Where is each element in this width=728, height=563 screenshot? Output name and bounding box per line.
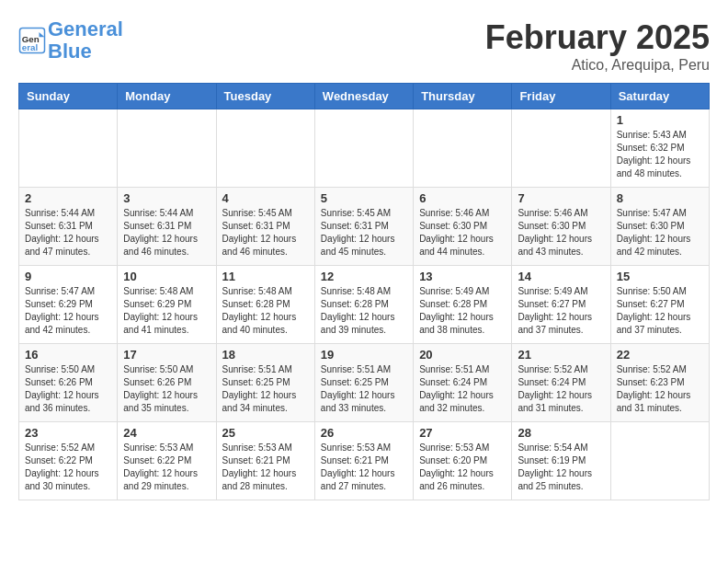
calendar-table: SundayMondayTuesdayWednesdayThursdayFrid… bbox=[18, 83, 710, 500]
week-row-2: 9Sunrise: 5:47 AM Sunset: 6:29 PM Daylig… bbox=[19, 266, 710, 344]
calendar-cell: 10Sunrise: 5:48 AM Sunset: 6:29 PM Dayli… bbox=[118, 266, 216, 344]
calendar-cell: 28Sunrise: 5:54 AM Sunset: 6:19 PM Dayli… bbox=[512, 422, 610, 500]
day-info: Sunrise: 5:50 AM Sunset: 6:26 PM Dayligh… bbox=[25, 363, 111, 415]
calendar-cell: 14Sunrise: 5:49 AM Sunset: 6:27 PM Dayli… bbox=[512, 266, 610, 344]
day-number: 13 bbox=[419, 270, 506, 283]
title-section: February 2025 Atico, Arequipa, Peru bbox=[485, 18, 710, 74]
day-number: 17 bbox=[123, 348, 210, 362]
day-info: Sunrise: 5:49 AM Sunset: 6:27 PM Dayligh… bbox=[518, 285, 604, 337]
day-number: 20 bbox=[419, 348, 506, 362]
calendar-cell bbox=[118, 109, 216, 188]
day-info: Sunrise: 5:43 AM Sunset: 6:32 PM Dayligh… bbox=[617, 129, 703, 180]
day-number: 12 bbox=[321, 270, 407, 283]
calendar-cell: 1Sunrise: 5:43 AM Sunset: 6:32 PM Daylig… bbox=[610, 109, 709, 188]
day-number: 4 bbox=[222, 191, 309, 205]
day-info: Sunrise: 5:50 AM Sunset: 6:26 PM Dayligh… bbox=[123, 363, 210, 415]
day-header-friday: Friday bbox=[512, 84, 610, 109]
svg-text:eral: eral bbox=[22, 42, 39, 52]
calendar-cell: 27Sunrise: 5:53 AM Sunset: 6:20 PM Dayli… bbox=[414, 422, 512, 500]
calendar-cell: 11Sunrise: 5:48 AM Sunset: 6:28 PM Dayli… bbox=[216, 266, 314, 344]
day-number: 3 bbox=[123, 191, 210, 205]
calendar-cell: 15Sunrise: 5:50 AM Sunset: 6:27 PM Dayli… bbox=[610, 266, 709, 344]
day-info: Sunrise: 5:50 AM Sunset: 6:27 PM Dayligh… bbox=[617, 285, 703, 337]
logo-icon: Gen eral bbox=[18, 27, 46, 54]
day-number: 24 bbox=[123, 426, 210, 440]
calendar-cell: 6Sunrise: 5:46 AM Sunset: 6:30 PM Daylig… bbox=[414, 188, 512, 266]
day-number: 28 bbox=[518, 426, 604, 440]
day-info: Sunrise: 5:52 AM Sunset: 6:22 PM Dayligh… bbox=[25, 442, 111, 493]
day-info: Sunrise: 5:52 AM Sunset: 6:24 PM Dayligh… bbox=[518, 363, 604, 415]
day-number: 9 bbox=[25, 270, 111, 283]
calendar-cell: 4Sunrise: 5:45 AM Sunset: 6:31 PM Daylig… bbox=[216, 188, 314, 266]
day-info: Sunrise: 5:52 AM Sunset: 6:23 PM Dayligh… bbox=[617, 363, 703, 415]
week-row-0: 1Sunrise: 5:43 AM Sunset: 6:32 PM Daylig… bbox=[19, 109, 710, 188]
day-info: Sunrise: 5:44 AM Sunset: 6:31 PM Dayligh… bbox=[123, 207, 210, 259]
calendar-cell: 7Sunrise: 5:46 AM Sunset: 6:30 PM Daylig… bbox=[512, 188, 610, 266]
day-info: Sunrise: 5:48 AM Sunset: 6:29 PM Dayligh… bbox=[123, 285, 210, 337]
day-number: 18 bbox=[222, 348, 309, 362]
day-info: Sunrise: 5:47 AM Sunset: 6:30 PM Dayligh… bbox=[617, 207, 703, 259]
header: Gen eral GeneralBlue February 2025 Atico… bbox=[18, 18, 710, 74]
day-number: 15 bbox=[617, 270, 703, 283]
calendar-cell: 19Sunrise: 5:51 AM Sunset: 6:25 PM Dayli… bbox=[314, 344, 413, 422]
calendar-cell: 17Sunrise: 5:50 AM Sunset: 6:26 PM Dayli… bbox=[118, 344, 216, 422]
day-header-monday: Monday bbox=[118, 84, 216, 109]
calendar-cell: 26Sunrise: 5:53 AM Sunset: 6:21 PM Dayli… bbox=[314, 422, 413, 500]
calendar-cell: 3Sunrise: 5:44 AM Sunset: 6:31 PM Daylig… bbox=[118, 188, 216, 266]
day-number: 27 bbox=[419, 426, 506, 440]
calendar-cell: 18Sunrise: 5:51 AM Sunset: 6:25 PM Dayli… bbox=[216, 344, 314, 422]
calendar-cell bbox=[216, 109, 314, 188]
day-header-thursday: Thursday bbox=[414, 84, 512, 109]
day-number: 21 bbox=[518, 348, 604, 362]
day-info: Sunrise: 5:47 AM Sunset: 6:29 PM Dayligh… bbox=[25, 285, 111, 337]
day-info: Sunrise: 5:51 AM Sunset: 6:25 PM Dayligh… bbox=[321, 363, 407, 415]
day-header-wednesday: Wednesday bbox=[314, 84, 413, 109]
day-info: Sunrise: 5:49 AM Sunset: 6:28 PM Dayligh… bbox=[419, 285, 506, 337]
calendar-cell bbox=[19, 109, 118, 188]
day-number: 16 bbox=[25, 348, 111, 362]
day-number: 8 bbox=[617, 191, 703, 205]
week-row-1: 2Sunrise: 5:44 AM Sunset: 6:31 PM Daylig… bbox=[19, 188, 710, 266]
calendar-cell: 13Sunrise: 5:49 AM Sunset: 6:28 PM Dayli… bbox=[414, 266, 512, 344]
calendar-cell: 9Sunrise: 5:47 AM Sunset: 6:29 PM Daylig… bbox=[19, 266, 118, 344]
logo-text: GeneralBlue bbox=[48, 18, 123, 63]
day-info: Sunrise: 5:44 AM Sunset: 6:31 PM Dayligh… bbox=[25, 207, 111, 259]
day-info: Sunrise: 5:45 AM Sunset: 6:31 PM Dayligh… bbox=[222, 207, 309, 259]
day-number: 14 bbox=[518, 270, 604, 283]
day-info: Sunrise: 5:51 AM Sunset: 6:25 PM Dayligh… bbox=[222, 363, 309, 415]
day-number: 26 bbox=[321, 426, 407, 440]
day-number: 2 bbox=[25, 191, 111, 205]
day-info: Sunrise: 5:48 AM Sunset: 6:28 PM Dayligh… bbox=[222, 285, 309, 337]
day-number: 10 bbox=[123, 270, 210, 283]
week-row-3: 16Sunrise: 5:50 AM Sunset: 6:26 PM Dayli… bbox=[19, 344, 710, 422]
week-row-4: 23Sunrise: 5:52 AM Sunset: 6:22 PM Dayli… bbox=[19, 422, 710, 500]
calendar-cell: 16Sunrise: 5:50 AM Sunset: 6:26 PM Dayli… bbox=[19, 344, 118, 422]
day-info: Sunrise: 5:46 AM Sunset: 6:30 PM Dayligh… bbox=[419, 207, 506, 259]
day-info: Sunrise: 5:53 AM Sunset: 6:21 PM Dayligh… bbox=[321, 442, 407, 493]
day-headers-row: SundayMondayTuesdayWednesdayThursdayFrid… bbox=[19, 84, 710, 109]
logo: Gen eral GeneralBlue bbox=[18, 18, 123, 63]
day-number: 7 bbox=[518, 191, 604, 205]
day-number: 1 bbox=[617, 113, 703, 127]
day-number: 22 bbox=[617, 348, 703, 362]
day-number: 6 bbox=[419, 191, 506, 205]
calendar-cell bbox=[414, 109, 512, 188]
day-number: 23 bbox=[25, 426, 111, 440]
day-info: Sunrise: 5:53 AM Sunset: 6:20 PM Dayligh… bbox=[419, 442, 506, 493]
day-info: Sunrise: 5:48 AM Sunset: 6:28 PM Dayligh… bbox=[321, 285, 407, 337]
day-number: 5 bbox=[321, 191, 407, 205]
day-info: Sunrise: 5:53 AM Sunset: 6:21 PM Dayligh… bbox=[222, 442, 309, 493]
calendar-cell bbox=[314, 109, 413, 188]
calendar-cell: 12Sunrise: 5:48 AM Sunset: 6:28 PM Dayli… bbox=[314, 266, 413, 344]
calendar-cell: 23Sunrise: 5:52 AM Sunset: 6:22 PM Dayli… bbox=[19, 422, 118, 500]
calendar-cell bbox=[512, 109, 610, 188]
day-info: Sunrise: 5:46 AM Sunset: 6:30 PM Dayligh… bbox=[518, 207, 604, 259]
calendar-cell: 8Sunrise: 5:47 AM Sunset: 6:30 PM Daylig… bbox=[610, 188, 709, 266]
day-info: Sunrise: 5:53 AM Sunset: 6:22 PM Dayligh… bbox=[123, 442, 210, 493]
calendar-cell: 24Sunrise: 5:53 AM Sunset: 6:22 PM Dayli… bbox=[118, 422, 216, 500]
day-number: 11 bbox=[222, 270, 309, 283]
month-title: February 2025 bbox=[485, 18, 710, 57]
calendar-cell: 22Sunrise: 5:52 AM Sunset: 6:23 PM Dayli… bbox=[610, 344, 709, 422]
calendar-cell bbox=[610, 422, 709, 500]
calendar-cell: 2Sunrise: 5:44 AM Sunset: 6:31 PM Daylig… bbox=[19, 188, 118, 266]
